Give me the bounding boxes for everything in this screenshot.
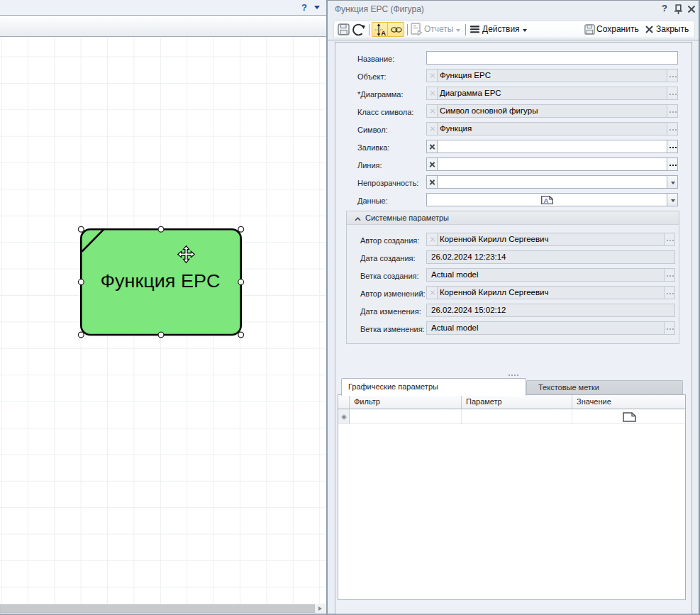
svg-text:A: A bbox=[381, 29, 386, 36]
svg-text:Функция EPC: Функция EPC bbox=[101, 270, 221, 292]
svg-text:A: A bbox=[543, 196, 548, 204]
